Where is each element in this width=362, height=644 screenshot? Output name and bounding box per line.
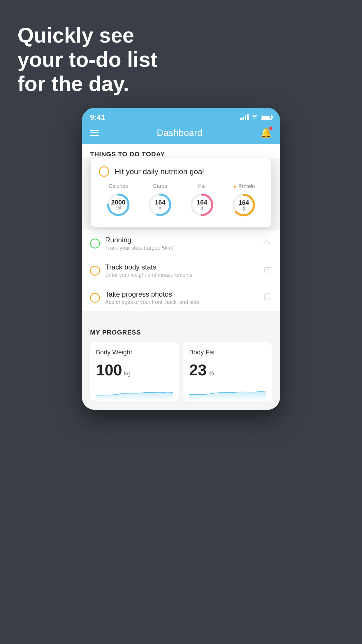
- fat-value: 164: [196, 199, 207, 206]
- protein-unit: g: [242, 206, 245, 211]
- signal-icon: [240, 114, 249, 120]
- progress-section: MY PROGRESS Body Weight 100 kg: [82, 320, 280, 410]
- headline-line3: for the day.: [17, 72, 157, 96]
- nutrition-carbs: Carbs 164 g: [147, 183, 173, 218]
- body-weight-chart: [96, 384, 173, 401]
- nutrition-protein: ★ Protein 164 g: [231, 183, 257, 218]
- running-subtitle: Track your stats (target: 5km): [105, 245, 258, 251]
- headline-line2: your to-do list: [17, 48, 157, 72]
- fat-ring: 164 g: [189, 192, 215, 218]
- calories-unit: cal: [116, 206, 121, 210]
- body-fat-value: 23: [189, 362, 207, 378]
- carbs-label: Carbs: [153, 183, 167, 189]
- body-weight-value: 100: [96, 362, 122, 378]
- protein-label: ★ Protein: [233, 183, 255, 190]
- protein-ring: 164 g: [231, 192, 257, 218]
- battery-icon: [261, 115, 272, 120]
- todo-list: Running Track your stats (target: 5km) T…: [82, 230, 280, 311]
- body-stats-subtitle: Enter your weight and measurements: [105, 272, 259, 278]
- phone-mockup: 9:41 Dashboard 🔔: [82, 108, 280, 410]
- body-weight-card-title: Body Weight: [96, 349, 173, 356]
- status-bar: 9:41: [82, 108, 280, 123]
- nutrition-grid: Calories 2000 cal Carbs: [99, 183, 263, 218]
- body-weight-unit: kg: [124, 370, 131, 377]
- body-weight-value-row: 100 kg: [96, 362, 173, 378]
- shoe-icon: [263, 239, 272, 248]
- body-stats-title: Track body stats: [105, 263, 259, 271]
- svg-point-12: [267, 295, 269, 297]
- photos-checkbox[interactable]: [90, 293, 100, 303]
- header-title: Dashboard: [157, 127, 203, 138]
- running-checkbox[interactable]: [90, 239, 100, 249]
- carbs-ring: 164 g: [147, 192, 173, 218]
- nutrition-calories: Calories 2000 cal: [105, 183, 131, 218]
- carbs-unit: g: [159, 206, 161, 210]
- body-fat-card[interactable]: Body Fat 23 %: [183, 342, 272, 401]
- wifi-icon: [252, 114, 258, 121]
- card-header: Hit your daily nutrition goal: [99, 166, 263, 177]
- status-icons: [240, 114, 272, 121]
- nutrition-checkbox[interactable]: [99, 166, 109, 177]
- photos-text: Take progress photos Add images of your …: [105, 290, 259, 305]
- body-stats-checkbox[interactable]: [90, 266, 100, 276]
- body-weight-card[interactable]: Body Weight 100 kg: [90, 342, 179, 401]
- running-title: Running: [105, 236, 258, 244]
- scale-icon: [264, 266, 272, 276]
- protein-star-icon: ★: [233, 183, 237, 190]
- notification-dot: [269, 127, 273, 130]
- body-fat-card-title: Body Fat: [189, 349, 266, 356]
- calories-label: Calories: [109, 183, 128, 189]
- nutrition-card-title: Hit your daily nutrition goal: [115, 167, 204, 176]
- notification-bell[interactable]: 🔔: [260, 127, 272, 138]
- body-fat-unit: %: [208, 370, 214, 377]
- hamburger-menu[interactable]: [90, 130, 99, 136]
- running-text: Running Track your stats (target: 5km): [105, 236, 258, 251]
- body-fat-chart: [189, 384, 266, 401]
- person-icon: [264, 293, 272, 303]
- things-section-title: THINGS TO DO TODAY: [90, 150, 272, 158]
- todo-item-running[interactable]: Running Track your stats (target: 5km): [82, 230, 280, 257]
- status-time: 9:41: [90, 113, 105, 122]
- todo-item-photos[interactable]: Take progress photos Add images of your …: [82, 284, 280, 311]
- app-content: THINGS TO DO TODAY Hit your daily nutrit…: [82, 144, 280, 410]
- photos-subtitle: Add images of your front, back, and side: [105, 299, 259, 305]
- app-header: Dashboard 🔔: [82, 123, 280, 144]
- things-to-do-section: THINGS TO DO TODAY: [82, 144, 280, 158]
- photos-title: Take progress photos: [105, 290, 259, 298]
- nutrition-fat: Fat 164 g: [189, 183, 215, 218]
- nutrition-card[interactable]: Hit your daily nutrition goal Calories 2…: [91, 158, 271, 227]
- fat-unit: g: [201, 206, 203, 210]
- carbs-value: 164: [155, 199, 166, 206]
- progress-cards: Body Weight 100 kg: [90, 342, 272, 401]
- protein-value: 164: [238, 200, 249, 206]
- body-stats-text: Track body stats Enter your weight and m…: [105, 263, 259, 278]
- body-fat-value-row: 23 %: [189, 362, 266, 378]
- calories-value: 2000: [111, 199, 125, 206]
- background-headline: Quickly see your to-do list for the day.: [17, 23, 157, 96]
- fat-label: Fat: [198, 183, 206, 189]
- progress-section-title: MY PROGRESS: [90, 329, 272, 336]
- todo-item-body-stats[interactable]: Track body stats Enter your weight and m…: [82, 257, 280, 284]
- calories-ring: 2000 cal: [105, 192, 131, 218]
- headline-line1: Quickly see: [17, 23, 157, 48]
